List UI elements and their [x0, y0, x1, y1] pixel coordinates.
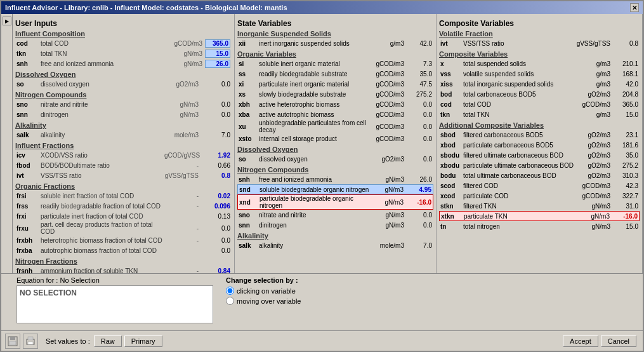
svg-rect-5: [28, 342, 33, 344]
influent-fractions-title: Influent Fractions: [15, 142, 232, 149]
equation-text: NO SELECTION: [20, 288, 77, 297]
cv-row-stkn[interactable]: stkn filtered TKN gN/m3 31.0: [439, 201, 640, 211]
row-frsi[interactable]: frsi soluble inert fraction of total COD…: [15, 191, 232, 201]
radio-click-variable[interactable]: clicking on variable: [226, 287, 301, 295]
print-icon[interactable]: [23, 334, 38, 349]
alkalinity-sv-title: Alkalinity: [237, 232, 433, 240]
cv-row-xbodu[interactable]: xbodu particulate ultimate carbonaceous …: [439, 160, 640, 170]
volatile-fraction-title: Volatile Fraction: [439, 30, 640, 37]
content-area: ▶ User Inputs Influent Composition cod t…: [1, 14, 643, 273]
row-snn-left[interactable]: snn dinitrogen gN/m3 0.0: [15, 109, 232, 119]
composite-variables-title: Composite Variables: [439, 50, 640, 58]
accept-button[interactable]: Accept: [563, 335, 598, 347]
radio-click-input[interactable]: [226, 287, 234, 295]
cv-row-xcod[interactable]: xcod particulate COD gCOD/m3 322.7: [439, 191, 640, 201]
window-title: Influent Advisor - Library: cnlib - Infl…: [5, 4, 287, 11]
sv-row-xii[interactable]: xii inert inorganic suspended solids g/m…: [237, 38, 433, 48]
equation-box: NO SELECTION: [16, 285, 213, 323]
middle-panel: State Variables Inorganic Suspended Soli…: [235, 14, 437, 273]
radio-move-input[interactable]: [226, 297, 234, 305]
main-window: Influent Advisor - Library: cnlib - Infl…: [0, 0, 644, 352]
sv-row-ss[interactable]: ss readily biodegradable substrate gCOD/…: [237, 69, 433, 79]
row-frsnh[interactable]: frsnh ammonium fraction of soluble TKN -…: [15, 266, 232, 273]
dissolved-oxygen-title: Dissolved Oxygen: [15, 71, 232, 78]
cv-row-xtkn[interactable]: xtkn particulate TKN gN/m3 -16.0: [439, 211, 640, 221]
row-cod[interactable]: cod total COD gCOD/m3: [15, 38, 232, 48]
dissolved-oxygen-sv-title: Dissolved Oxygen: [237, 146, 433, 153]
cv-row-bodu[interactable]: bodu total ultimate carbonaceous BOD gO2…: [439, 170, 640, 180]
change-selection-title: Change selection by :: [226, 276, 301, 284]
row-frxi[interactable]: frxi particulate inert fraction of total…: [15, 211, 232, 221]
middle-panel-title: State Variables: [237, 19, 433, 28]
bottom-section: Equation for : No Selection NO SELECTION…: [1, 273, 643, 330]
svg-rect-1: [10, 337, 15, 340]
row-frxbh[interactable]: frxbh heterotrophic biomass fraction of …: [15, 235, 232, 245]
radio-click-label: clicking on variable: [237, 287, 296, 295]
nav-panel: ▶: [1, 14, 13, 273]
row-salk-left[interactable]: salk alkalinity mole/m3 7.0: [15, 130, 232, 140]
cv-row-x[interactable]: x total suspended solids g/m3 210.1: [439, 58, 640, 69]
primary-button[interactable]: Primary: [124, 335, 162, 347]
radio-move-label: moving over variable: [237, 297, 301, 305]
radio-move-variable[interactable]: moving over variable: [226, 297, 301, 305]
sv-row-sno-sv[interactable]: sno nitrate and nitrite gN/m3 0.0: [237, 210, 433, 220]
cv-row-ivt[interactable]: ivt VSS/TSS ratio gVSS/gTSS 0.8: [439, 38, 640, 48]
nav-arrow-right[interactable]: ▶: [3, 17, 11, 25]
sv-row-xu[interactable]: xu unbiodegradable particulates from cel…: [237, 119, 433, 133]
row-fbod[interactable]: fbod BOD5/BODultimate ratio - 0.66: [15, 160, 232, 170]
sv-row-xsto[interactable]: xsto internal cell storage product gCOD/…: [237, 133, 433, 144]
nitrogen-compounds-title: Nitrogen Compounds: [15, 91, 232, 98]
sv-row-xbh[interactable]: xbh active heterotrophic biomass gCOD/m3…: [237, 99, 433, 109]
right-panel: Composite Variables Volatile Fraction iv…: [437, 14, 643, 273]
sv-row-xba[interactable]: xba active autotrophic biomass gCOD/m3 0…: [237, 109, 433, 119]
cv-row-tkn-right[interactable]: tkn total TKN g/m3 15.0: [439, 109, 640, 119]
sv-row-so[interactable]: so dissolved oxygen gO2/m3 0.0: [237, 154, 433, 164]
sv-row-xs[interactable]: xs slowly biodegradable substrate gCOD/m…: [237, 89, 433, 99]
row-tkn[interactable]: tkn total TKN gN/m3: [15, 48, 232, 58]
toolbar: Set values to : Raw Primary Accept Cance…: [1, 330, 643, 351]
row-snh[interactable]: snh free and ionized ammonia gN/m3: [15, 58, 232, 69]
tkn-input[interactable]: [205, 50, 230, 58]
left-panel-title: User Inputs: [15, 19, 232, 28]
row-frss[interactable]: frss readily biodegradable fraction of t…: [15, 201, 232, 211]
cod-input[interactable]: [205, 39, 230, 48]
snh-input[interactable]: [205, 60, 230, 68]
row-sno-left[interactable]: sno nitrate and nitrite gN/m3 0.0: [15, 99, 232, 109]
svg-rect-2: [10, 341, 16, 345]
cancel-button[interactable]: Cancel: [601, 335, 636, 347]
cv-row-vss[interactable]: vss volatile suspended solids g/m3 168.1: [439, 69, 640, 79]
save-icon[interactable]: [5, 334, 20, 349]
row-frxu[interactable]: frxu part. cell decay products fraction …: [15, 221, 232, 235]
change-selection-area: Change selection by : clicking on variab…: [226, 276, 301, 307]
row-frxba[interactable]: frxba autotrophic biomass fraction of to…: [15, 245, 232, 255]
cv-row-cod[interactable]: cod total COD gCOD/m3 365.0: [439, 99, 640, 109]
cv-row-sbod[interactable]: sbod filtered carbonaceous BOD5 gO2/m3 2…: [439, 130, 640, 140]
cv-row-xbod[interactable]: xbod particulate carbonaceous BOD5 gO2/m…: [439, 140, 640, 150]
inorganic-suspended-solids-title: Inorganic Suspended Solids: [237, 30, 433, 37]
cv-row-bod[interactable]: bod total carbonaceous BOD5 gO2/m3 204.8: [439, 89, 640, 99]
sv-row-snn-sv[interactable]: snn dinitrogen gN/m3 0.0: [237, 220, 433, 230]
sv-row-snd[interactable]: snd soluble biodegradable organic nitrog…: [237, 184, 433, 194]
additional-composite-title: Additional Composite Variables: [439, 121, 640, 129]
alkalinity-title-left: Alkalinity: [15, 121, 232, 129]
sv-row-xnd[interactable]: xnd particulate biodegradable organic ni…: [237, 194, 433, 210]
nitrogen-compounds-sv-title: Nitrogen Compounds: [237, 166, 433, 173]
cv-row-tn[interactable]: tn total nitrogen gN/m3 15.0: [439, 221, 640, 231]
row-so[interactable]: so dissolved oxygen gO2/m3 0.0: [15, 79, 232, 89]
influent-composition-title: Influent Composition: [15, 30, 232, 37]
close-button[interactable]: ✕: [630, 3, 639, 12]
equation-area: Equation for : No Selection NO SELECTION: [16, 276, 213, 323]
left-panel: User Inputs Influent Composition cod tot…: [13, 14, 235, 273]
svg-rect-4: [28, 337, 33, 340]
row-ivt[interactable]: ivt VSS/TSS ratio gVSS/gTSS 0.8: [15, 170, 232, 180]
cv-row-sbodu[interactable]: sbodu filtered ultimate carbonaceous BOD…: [439, 150, 640, 160]
sv-row-xi[interactable]: xi particulate inert organic material gC…: [237, 79, 433, 89]
sv-row-si[interactable]: si soluble inert organic material gCOD/m…: [237, 58, 433, 69]
sv-row-snh-sv[interactable]: snh free and ionized ammonia gN/m3 26.0: [237, 174, 433, 184]
nitrogen-fractions-title: Nitrogen Fractions: [15, 257, 232, 265]
row-icv[interactable]: icv XCOD/VSS ratio gCOD/gVSS 1.92: [15, 150, 232, 160]
cv-row-scod[interactable]: scod filtered COD gCOD/m3 42.3: [439, 180, 640, 191]
cv-row-xiss[interactable]: xiss total inorganic suspended solids g/…: [439, 79, 640, 89]
raw-button[interactable]: Raw: [94, 335, 122, 347]
sv-row-salk[interactable]: salk alkalinity mole/m3 7.0: [237, 240, 433, 250]
